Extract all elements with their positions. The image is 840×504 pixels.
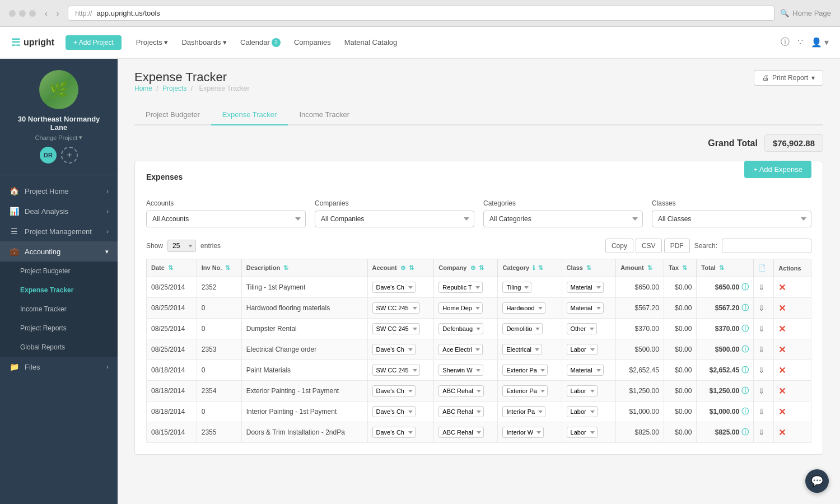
account-select[interactable]: Dave's Ch <box>372 282 416 293</box>
company-select[interactable]: ABC Rehal <box>438 427 484 438</box>
copy-button[interactable]: Copy <box>605 239 633 253</box>
search-input[interactable] <box>722 239 811 253</box>
class-select[interactable]: Labor <box>567 427 598 438</box>
download-doc-icon[interactable]: ⇓ <box>758 304 765 312</box>
categories-select[interactable]: All Categories <box>483 211 643 227</box>
breadcrumb-home[interactable]: Home <box>134 85 152 92</box>
cell-category[interactable]: Demolitio <box>498 319 562 339</box>
cell-class[interactable]: Material <box>562 298 616 319</box>
sidebar-item-accounting[interactable]: 💼 Accounting ▾ <box>0 241 118 262</box>
info-icon[interactable]: ⓘ <box>741 344 749 354</box>
download-doc-icon[interactable]: ⇓ <box>758 324 765 333</box>
cell-class[interactable]: Labor <box>562 402 616 422</box>
delete-button[interactable]: ✕ <box>778 386 786 396</box>
breadcrumb-projects[interactable]: Projects <box>162 85 186 92</box>
accounts-select[interactable]: All Accounts <box>146 211 306 227</box>
cell-class[interactable]: Labor <box>562 339 616 360</box>
download-doc-icon[interactable]: ⇓ <box>758 345 765 354</box>
sidebar-item-deal-analysis[interactable]: 📊 Deal Analysis › <box>0 201 118 221</box>
sidebar-item-files[interactable]: 📁 Files › <box>0 357 118 377</box>
info-icon[interactable]: ⓘ <box>741 365 749 375</box>
info-icon[interactable]: ⓘ <box>741 427 749 437</box>
classes-select[interactable]: All Classes <box>652 211 811 227</box>
add-avatar-button[interactable]: + <box>61 147 78 164</box>
delete-button[interactable]: ✕ <box>778 345 786 354</box>
account-select[interactable]: SW CC 245 <box>372 365 420 376</box>
cell-company[interactable]: Defenbaug <box>434 319 498 339</box>
class-select[interactable]: Labor <box>567 406 598 417</box>
company-select[interactable]: ABC Rehal <box>438 406 484 417</box>
nav-material-catalog[interactable]: Material Catalog <box>339 35 403 50</box>
cell-company[interactable]: Ace Electri <box>434 339 498 360</box>
account-select[interactable]: Dave's Ch <box>372 344 416 355</box>
category-select[interactable]: Tiling <box>502 282 531 293</box>
sidebar-item-expense-tracker[interactable]: Expense Tracker <box>0 281 118 300</box>
company-select[interactable]: Sherwin W <box>438 365 483 376</box>
info-icon[interactable]: ⓘ <box>741 303 749 313</box>
csv-button[interactable]: CSV <box>636 239 662 253</box>
download-doc-icon[interactable]: ⇓ <box>758 366 765 375</box>
chat-widget[interactable]: 💬 <box>805 469 829 493</box>
cell-doc[interactable]: ⇓ <box>754 360 774 381</box>
cell-doc[interactable]: ⇓ <box>754 319 774 339</box>
download-doc-icon[interactable]: ⇓ <box>758 283 765 292</box>
class-select[interactable]: Labor <box>567 385 598 396</box>
cell-category[interactable]: Electrical <box>498 339 562 360</box>
tab-project-budgeter[interactable]: Project Budgeter <box>134 105 211 125</box>
browser-forward-button[interactable]: › <box>53 8 63 19</box>
delete-button[interactable]: ✕ <box>778 283 786 292</box>
company-select[interactable]: Home Dep <box>438 302 483 314</box>
cell-account[interactable]: Dave's Ch <box>367 277 434 298</box>
companies-select[interactable]: All Companies <box>315 211 474 227</box>
col-company[interactable]: Company ⊕ ⇅ <box>434 259 498 277</box>
cell-account[interactable]: SW CC 245 <box>367 360 434 381</box>
delete-button[interactable]: ✕ <box>778 407 786 417</box>
sidebar-item-global-reports[interactable]: Global Reports <box>0 338 118 357</box>
download-doc-icon[interactable]: ⇓ <box>758 386 765 395</box>
company-select[interactable]: ABC Rehal <box>438 385 484 396</box>
nav-projects[interactable]: Projects ▾ <box>130 35 174 50</box>
cell-company[interactable]: Home Dep <box>434 298 498 319</box>
user-avatar-dr[interactable]: DR <box>40 147 57 164</box>
cell-class[interactable]: Material <box>562 360 616 381</box>
category-select[interactable]: Exterior Pa <box>502 385 548 396</box>
delete-button[interactable]: ✕ <box>778 366 786 375</box>
cell-doc[interactable]: ⇓ <box>754 339 774 360</box>
class-select[interactable]: Material <box>567 302 604 314</box>
entries-select[interactable]: 25 50 100 <box>167 240 196 252</box>
category-select[interactable]: Exterior Pa <box>502 365 548 376</box>
download-doc-icon[interactable]: ⇓ <box>758 407 765 416</box>
cell-class[interactable]: Other <box>562 319 616 339</box>
col-account[interactable]: Account ⊕ ⇅ <box>367 259 434 277</box>
tab-expense-tracker[interactable]: Expense Tracker <box>211 105 288 125</box>
col-description[interactable]: Description ⇅ <box>241 259 367 277</box>
cell-class[interactable]: Material <box>562 277 616 298</box>
category-select[interactable]: Interior W <box>502 427 544 438</box>
class-select[interactable]: Labor <box>567 344 598 355</box>
browser-back-button[interactable]: ‹ <box>41 8 51 19</box>
change-project-button[interactable]: Change Project ▾ <box>35 134 83 141</box>
nav-companies[interactable]: Companies <box>288 35 337 50</box>
col-tax[interactable]: Tax ⇅ <box>664 259 696 277</box>
col-inv-no[interactable]: Inv No. ⇅ <box>197 259 241 277</box>
nav-dashboards[interactable]: Dashboards ▾ <box>176 35 232 50</box>
print-report-button[interactable]: 🖨 Print Report ▾ <box>754 70 823 86</box>
cell-category[interactable]: Hardwood <box>498 298 562 319</box>
account-select[interactable]: SW CC 245 <box>372 302 420 314</box>
user-icon[interactable]: 👤 ▾ <box>811 37 829 48</box>
delete-button[interactable]: ✕ <box>778 428 786 437</box>
cell-category[interactable]: Tiling <box>498 277 562 298</box>
company-select[interactable]: Ace Electri <box>438 344 483 355</box>
col-total[interactable]: Total ⇅ <box>697 259 754 277</box>
sidebar-item-project-management[interactable]: ☰ Project Management › <box>0 221 118 241</box>
browser-nav[interactable]: ‹ › <box>41 8 62 19</box>
account-select[interactable]: Dave's Ch <box>372 406 416 417</box>
cell-class[interactable]: Labor <box>562 381 616 402</box>
col-amount[interactable]: Amount ⇅ <box>616 259 664 277</box>
company-select[interactable]: Republic T <box>438 282 483 293</box>
cell-account[interactable]: SW CC 245 <box>367 319 434 339</box>
info-icon[interactable]: ⓘ <box>741 386 749 396</box>
category-select[interactable]: Interior Pa <box>502 406 545 417</box>
browser-address-bar[interactable]: http:// app.upright.us/tools <box>68 6 774 21</box>
help-icon[interactable]: ⓘ <box>781 36 790 48</box>
